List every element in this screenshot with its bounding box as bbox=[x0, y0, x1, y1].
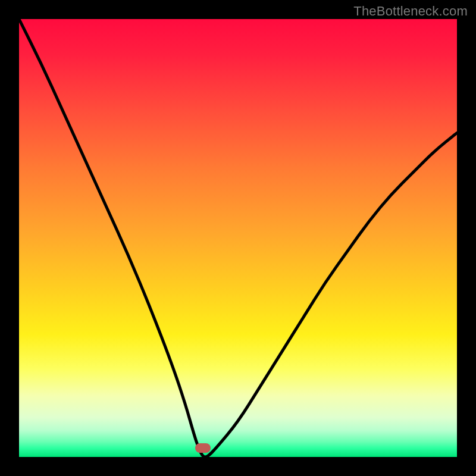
watermark-text: TheBottleneck.com bbox=[353, 4, 468, 19]
bottleneck-curve bbox=[19, 19, 457, 457]
curve-path bbox=[19, 19, 457, 457]
chart-frame: TheBottleneck.com bbox=[0, 0, 476, 476]
plot-area bbox=[19, 19, 457, 457]
optimal-marker bbox=[195, 443, 211, 453]
